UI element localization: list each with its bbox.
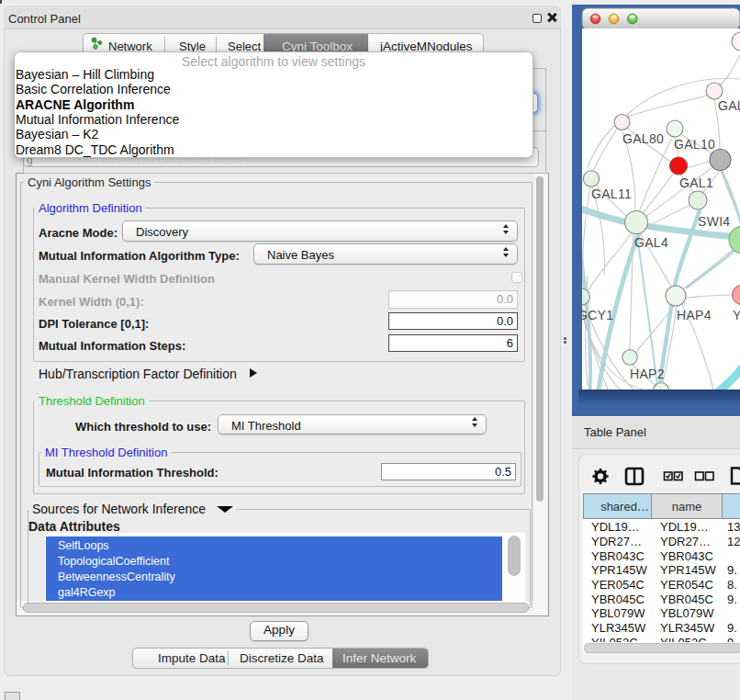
svg-text:HAP2: HAP2 (630, 367, 665, 381)
svg-text:HAP4: HAP4 (677, 308, 712, 322)
svg-text:GCY1: GCY1 (577, 308, 613, 322)
svg-text:SWI4: SWI4 (698, 214, 730, 229)
svg-text:GAL7: GAL7 (718, 98, 740, 113)
svg-text:Y: Y (733, 308, 740, 322)
svg-text:GAL4: GAL4 (634, 235, 668, 250)
svg-text:GAL10: GAL10 (674, 137, 715, 152)
svg-text:GAL1: GAL1 (679, 175, 713, 190)
svg-text:GAL11: GAL11 (591, 186, 632, 201)
svg-text:GAL80: GAL80 (622, 131, 664, 146)
